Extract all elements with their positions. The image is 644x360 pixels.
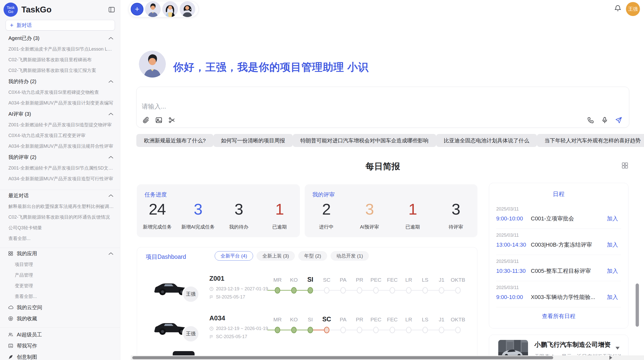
agent-avatar-2[interactable] [162, 1, 178, 17]
recent-chat-item[interactable]: 公司Q3轻卡销量 [0, 222, 120, 233]
app-item[interactable]: 变更管理 [0, 280, 120, 291]
stat-label: 我的待办 [218, 224, 259, 230]
app-item[interactable]: 项目管理 [0, 259, 120, 270]
agent-avatar-1[interactable] [145, 1, 161, 17]
milestone-label-FEC: FEC [387, 317, 398, 322]
stat-card-2: 我的评审2进行中3AI预评审1已逾期3待评审 [305, 184, 477, 237]
milestone-dot-PA [341, 288, 346, 293]
dashboard-tab-2[interactable]: 全新上装 (3) [257, 251, 295, 261]
project-row-Z001[interactable]: 王强Z0012023-12-19 ~ 2027-01-19SI-2025-05-… [137, 275, 478, 303]
sidebar-collapse-icon[interactable] [108, 6, 115, 13]
milestone-dot-MR [275, 327, 280, 333]
chat-input[interactable] [142, 103, 498, 110]
milestone-label-PR: PR [356, 277, 363, 283]
apps-grid-icon [8, 251, 13, 256]
stat-value: 3 [434, 200, 477, 218]
tool-item-1[interactable]: AI超级员工 [0, 329, 120, 340]
agent-avatar-3[interactable] [180, 1, 195, 17]
suggestion-chip[interactable]: 当下年轻人对汽车外观有怎样的喜好趋势 [537, 134, 644, 147]
schedule-name: C001-立项审批会 [531, 215, 603, 222]
add-agent-button[interactable]: + [131, 3, 143, 16]
screenshot-scissors-icon[interactable] [168, 116, 175, 124]
microphone-icon[interactable] [601, 116, 608, 124]
sidebar-section-header[interactable]: 我的评审 (2) [0, 152, 120, 163]
stat-metric: 3我的待办 [218, 200, 259, 230]
sidebar-task-item[interactable]: A034-全新新能源MUV产品开发项目法规符合性评审 [0, 141, 120, 152]
input-attachments [142, 116, 175, 124]
vertical-scrollbar-thumb[interactable] [636, 283, 639, 327]
section-title: AI评审 (3) [8, 111, 108, 117]
project-date-range: 2023-12-19 ~ 2026-01-19 [216, 326, 268, 331]
dashboard-tab-3[interactable]: 年型 (2) [298, 251, 327, 261]
star-circle-icon [8, 316, 13, 321]
milestone-dot-PR [357, 288, 362, 293]
send-icon[interactable] [615, 116, 622, 124]
app-title: TaskGo [21, 5, 108, 14]
suggestion-chip[interactable]: 特朗普可能对进口汽车增税会对中国车企造成哪些影响 [293, 134, 436, 147]
tool-label: 创意制图 [17, 354, 113, 360]
horizontal-scrollbar-thumb[interactable] [132, 356, 553, 359]
chevron-up-icon [108, 252, 113, 255]
user-avatar[interactable]: 王强 [626, 2, 640, 16]
project-row-A034[interactable]: 王强A0342023-12-19 ~ 2026-01-19SC-2025-05-… [137, 314, 478, 342]
tool-item-2[interactable]: 帮我写作 [0, 340, 120, 351]
scroll-right-arrow[interactable] [609, 356, 612, 360]
sidebar-task-item[interactable]: Z001-全新燃油轻卡产品开发项目SI节点属性5D文件评审 [0, 163, 120, 173]
notifications-bell-icon[interactable] [614, 5, 622, 13]
stat-value: 24 [137, 200, 178, 218]
suggestion-chip[interactable]: 比亚迪全固态电池计划具体说了什么 [436, 134, 537, 147]
new-chat-button[interactable]: + 新对话 [6, 20, 115, 31]
sidebar-task-item[interactable]: C02-飞腾新能源轻客改款项目立项汇报方案 [0, 65, 120, 76]
tool-label: 帮我写作 [17, 342, 113, 349]
recent-chats-header[interactable]: 最近对话 [0, 190, 120, 201]
my-cloud-space-item[interactable]: 我的云空间 [0, 302, 120, 313]
recent-chat-item[interactable]: 解释最新出台的欧盟报废车法规再生塑料比例被调至15%... [0, 201, 120, 212]
stat-label: 已逾期 [259, 224, 300, 230]
recent-chat-item[interactable]: C02-飞腾新能源轻客改款项目的闭环通告反馈情况 [0, 212, 120, 222]
milestone-dot-LS [423, 327, 428, 333]
milestone-label-J1: J1 [439, 277, 444, 283]
section-title: 我的待办 (2) [8, 78, 108, 85]
milestone-dot-MR [275, 288, 280, 293]
project-owner-avatar: 王强 [182, 286, 199, 303]
sidebar-section-header[interactable]: Agent已办 (3) [0, 33, 120, 44]
milestone-strip: MRKOSISCPAPRPECFECLRLSJ1OKTB [266, 275, 470, 301]
view-all-schedule-link[interactable]: 查看所有日程 [496, 312, 621, 320]
suggestion-chip[interactable]: 如何写一份清晰的项目周报 [213, 134, 293, 147]
chevron-up-icon [108, 113, 113, 115]
my-apps-header[interactable]: 我的应用 [0, 248, 120, 259]
dashboard-tab-1[interactable]: 全新平台 (4) [215, 251, 253, 261]
suggestion-chip[interactable]: 欧洲新规最近颁布了什么? [136, 134, 213, 147]
milestone-dot-SI [308, 327, 313, 333]
milestone-label-PEC: PEC [370, 277, 381, 283]
stat-value: 3 [348, 200, 391, 218]
sidebar-task-item[interactable]: C0X4-动力总成开发项目SI里程碑提交物检查 [0, 87, 120, 98]
brief-layout-icon[interactable] [621, 162, 629, 169]
attach-icon[interactable] [142, 116, 150, 124]
stat-value: 2 [305, 200, 348, 218]
schedule-date: 2025/03/11 [496, 206, 621, 212]
sidebar-section-header[interactable]: 我的待办 (2) [0, 76, 120, 87]
voice-call-icon[interactable] [587, 116, 594, 124]
sidebar-task-item[interactable]: A034-全新新能源MUV产品开发项目造型可行性评审 [0, 173, 120, 184]
join-meeting-link[interactable]: 加入 [607, 267, 618, 275]
dashboard-tab-4[interactable]: 动总开发 (1) [331, 251, 369, 261]
tool-item-3[interactable]: 创意制图 [0, 351, 120, 360]
sidebar-task-item[interactable]: Z001-全新燃油皮卡产品开发项目SI节点Lesson Learn报告 [0, 44, 120, 54]
app-item[interactable]: 产品管理 [0, 270, 120, 280]
cloud-space-label: 我的云空间 [17, 304, 113, 311]
milestone-label-PR: PR [356, 317, 363, 322]
recent-view-all-link[interactable]: 查看全部... [0, 233, 120, 244]
sidebar-section-header[interactable]: AI评审 (3) [0, 108, 120, 119]
my-favorites-item[interactable]: 我的收藏 [0, 313, 120, 324]
join-meeting-link[interactable]: 加入 [607, 215, 618, 222]
sidebar-task-item[interactable]: C02-飞腾新能源轻客改款项目里程碑画布 [0, 54, 120, 65]
sidebar-task-item[interactable]: C0X4-动力总成开发项目工程变更评审 [0, 130, 120, 141]
image-upload-icon[interactable] [155, 116, 163, 124]
sidebar-task-item[interactable]: Z001-全新燃油轻卡产品开发项目SI造型提交物评审 [0, 119, 120, 130]
join-meeting-link[interactable]: 加入 [607, 293, 618, 301]
sidebar-task-item[interactable]: A034-全新新能源MUV产品开发项目计划变更表编写 [0, 98, 120, 108]
scroll-down-arrow[interactable] [616, 347, 620, 350]
apps-view-all-link[interactable]: 查看全部... [0, 291, 120, 302]
join-meeting-link[interactable]: 加入 [607, 241, 618, 249]
